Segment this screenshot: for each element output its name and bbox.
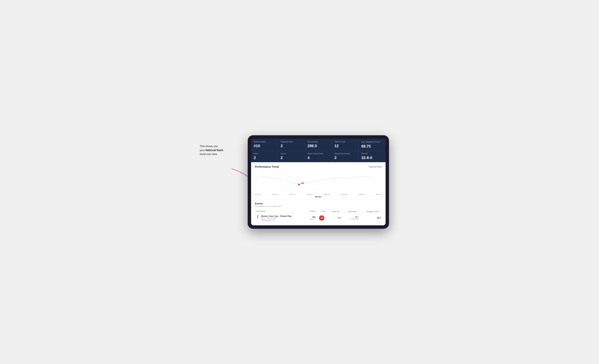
events-last-updated: Last updated: 24th November 2023 (255, 205, 382, 207)
events-title: Events (255, 202, 382, 205)
chart-x-labels: OCT 23 NOV 23 DEC 23 JAN 24 FEB 24 MAR 2… (255, 193, 382, 195)
table-row: 🏌️ Buster Cozy Cup – Stroke Play Oct 9 -… (255, 213, 382, 222)
event-info-cell: 🏌️ Buster Cozy Cup – Stroke Play Oct 9 -… (255, 213, 306, 222)
col-event-sg: Event SG ⓘ (327, 209, 342, 213)
x-axis-title: Months (255, 196, 382, 198)
events-table-header: Event Name Position Score Event SG ⓘ Tot… (255, 209, 382, 213)
event-total-points: 28.3 3 Rounds (342, 213, 360, 222)
stat-national-rank: National Rank #10 (251, 139, 278, 150)
stat-match-play-events: Match Play Events 2 (332, 151, 359, 162)
stat-stroke-play-events: Stroke Play Events 4 (305, 151, 332, 162)
tablet-device: National Rank #10 Regional Rank 2 Scorin… (248, 135, 389, 229)
event-weighted-points: 28.3 (360, 213, 382, 222)
tablet-screen: National Rank #10 Regional Rank 2 Scorin… (251, 139, 386, 225)
col-event-name: Event Name (255, 209, 306, 213)
col-total-points: Total Points ⓘ (342, 209, 360, 213)
col-position: Position (306, 209, 317, 213)
events-section: Events Last updated: 24th November 2023 … (251, 200, 386, 225)
event-sg: 0.45 (327, 213, 342, 222)
chart-svg: #10 (255, 170, 382, 193)
col-score: Score (317, 209, 327, 213)
stat-total-rounds: Total Rounds 12 (332, 139, 359, 150)
stat-scoring-avg: Scoring Avg. 286.5 (305, 139, 332, 150)
stat-record: Record 32-8-0 (359, 151, 386, 162)
stats-row-2: Wins 2 Top 3s 2 Stroke Play Events 4 Mat… (251, 151, 386, 162)
outer-container: This shows you your National Rank trend … (196, 135, 403, 229)
performance-chart: #10 (255, 170, 382, 193)
performance-section: Performance Trend National Rank (251, 162, 386, 200)
annotation-text: This shows you your National Rank trend … (200, 144, 234, 156)
performance-header: Performance Trend National Rank (255, 165, 382, 168)
stat-regional-rank: Regional Rank 2 (278, 139, 305, 150)
stat-avg-weighted-points: Avg. Weighted Points ⓘ 68.75 (359, 139, 386, 150)
stat-wins: Wins 2 (251, 151, 278, 162)
event-icon: 🏌️ (256, 215, 260, 219)
event-position: 6th out of 7 (306, 213, 317, 222)
event-score: -22 (317, 213, 327, 222)
col-weighted-points: Weighted Points ⓘ (360, 209, 382, 213)
stats-row-1: National Rank #10 Regional Rank 2 Scorin… (251, 139, 386, 150)
stat-top3s: Top 3s 2 (278, 151, 305, 162)
chart-marker-dot (298, 184, 300, 186)
chart-marker-label: #10 (301, 182, 304, 184)
events-table: Event Name Position Score Event SG ⓘ Tot… (255, 209, 382, 223)
